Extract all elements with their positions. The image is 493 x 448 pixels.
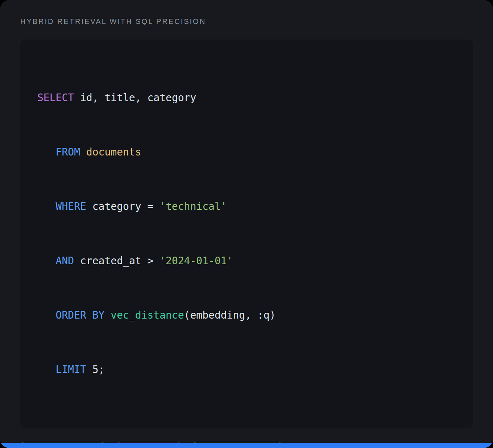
sql-keyword: AND [37, 255, 80, 267]
sql-token: category = [92, 200, 160, 212]
sql-line-4: AND created_at > '2024-01-01' [37, 252, 456, 270]
sql-keyword: WHERE [37, 200, 92, 212]
sql-identifier: documents [86, 146, 141, 158]
sql-token: (embedding, :q) [184, 309, 276, 321]
sql-token: id, title, category [74, 92, 196, 104]
sql-keyword: ORDER BY [37, 309, 111, 321]
sql-string: 'technical' [160, 200, 227, 212]
sql-token: 5; [92, 364, 105, 376]
sql-line-2: FROM documents [37, 143, 456, 161]
sql-keyword: SELECT [37, 92, 74, 104]
bottom-accent-bar [0, 443, 493, 448]
sql-line-3: WHERE category = 'technical' [37, 198, 456, 216]
sql-token: created_at > [80, 255, 160, 267]
sql-string: '2024-01-01' [160, 255, 233, 267]
sql-line-5: ORDER BY vec_distance(embedding, :q) [37, 306, 456, 324]
sql-keyword: FROM [37, 146, 86, 158]
page-title: HYBRID RETRIEVAL WITH SQL PRECISION [20, 17, 473, 26]
sql-code-block: SELECT id, title, category FROM document… [20, 40, 473, 428]
sql-line-1: SELECT id, title, category [37, 89, 456, 107]
sql-function: vec_distance [111, 309, 184, 321]
sql-line-6: LIMIT 5; [37, 361, 456, 379]
page-container: HYBRID RETRIEVAL WITH SQL PRECISION SELE… [0, 0, 493, 448]
sql-keyword: LIMIT [37, 364, 92, 376]
